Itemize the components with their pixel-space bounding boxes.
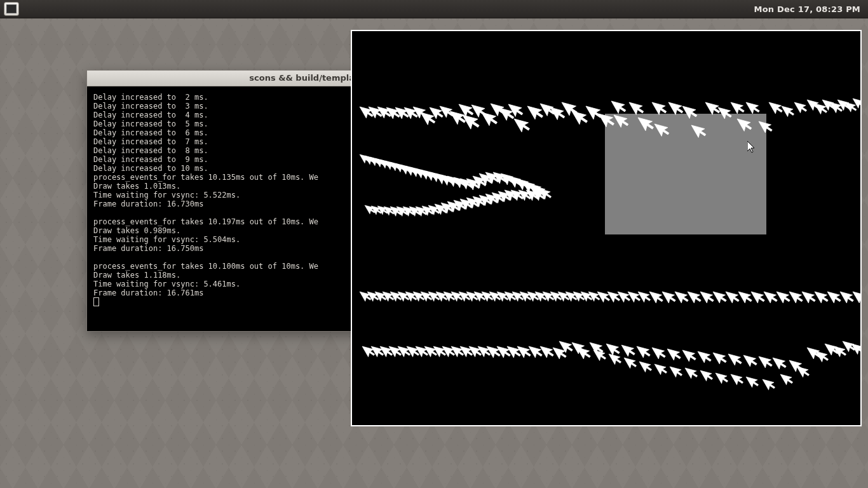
panel-clock[interactable]: Mon Dec 17, 08:23 PM [754,4,860,14]
top-panel: Mon Dec 17, 08:23 PM [0,0,868,18]
graphics-canvas[interactable] [352,31,860,425]
terminal-cursor [93,297,99,306]
mouse-cursor-icon [747,141,760,156]
terminal-icon [6,4,17,13]
taskbar-terminal-button[interactable] [4,2,19,16]
graphics-window[interactable] [351,30,862,426]
gray-rectangle [605,114,766,234]
